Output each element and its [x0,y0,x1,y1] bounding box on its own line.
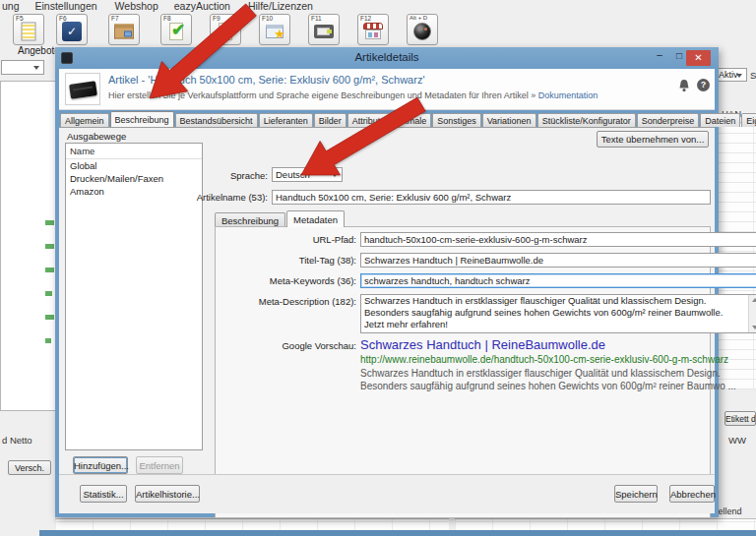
tab-allgemein[interactable]: Allgemein [60,113,109,127]
minimize-button[interactable]: – [652,49,667,60]
speichern-button[interactable]: Speichern [614,485,658,503]
hinzufuegen-button[interactable]: Hinzufügen... [73,456,128,474]
tab-attribute-merkmale[interactable]: Attribute/Merkmale [347,113,432,127]
toolbar-button-f10[interactable]: F10 ★ [259,14,290,45]
list-entry-mark [45,291,52,296]
toolbar-button-f8[interactable]: F8 ✔ [160,14,192,45]
tab-lieferanten[interactable]: Lieferanten [259,113,313,127]
menu-item-eazyauction[interactable]: eazyAuction [170,0,234,13]
list-item-global[interactable]: Global [66,159,202,172]
close-button[interactable]: ✕ [686,50,711,66]
abbrechen-button[interactable]: Abbrechen [669,485,715,503]
google-vorschau-label: Google Vorschau: [263,340,356,351]
toolbar-button-f11[interactable]: F11 [308,14,340,45]
inner-tab-beschreibung[interactable]: Beschreibung [215,212,285,227]
meta-keywords-input[interactable]: schwarzes handtuch, handtuch schwarz [360,273,756,288]
tab-stueckliste[interactable]: Stückliste/Konfigurator [537,113,636,127]
toolbar-button-f9[interactable]: F9 ✎ [210,14,241,45]
toolbar-button-f5[interactable]: F5 [13,14,44,45]
titel-tag-input[interactable]: Schwarzes Handtuch | ReineBaumwolle.de [360,253,756,268]
background-right-partial: S [750,70,756,81]
angebote-label: Angebote [18,45,60,56]
entfernen-button[interactable]: Entfernen [136,456,183,474]
inner-tabstrip: Beschreibung Metadaten [215,209,346,227]
tab-dateien[interactable]: Dateien [700,113,740,127]
dialog-header: Artikel - 'Handtuch 50x100 cm, Serie: Ex… [59,69,715,110]
dialog-tabstrip: Allgemein Beschreibung Bestandsübersicht… [60,110,714,127]
sprache-label: Sprache: [207,170,268,181]
artikelname-input[interactable]: Handtuch 50x100 cm, Serie: Exklusiv 600 … [272,190,711,205]
chevron-down-icon [33,66,39,70]
google-preview-title[interactable]: Schwarzes Handtuch | ReineBaumwolle.de [360,337,756,352]
tab-variationen[interactable]: Variationen [482,113,536,127]
list-entry-mark [45,244,54,249]
google-preview: Schwarzes Handtuch | ReineBaumwolle.de h… [360,337,756,392]
tab-bilder[interactable]: Bilder [314,113,346,127]
tab-beschreibung[interactable]: Beschreibung [110,111,174,127]
dialog-titlebar[interactable]: Artikeldetails – □ ✕ [55,47,719,69]
tab-sonderpreise[interactable]: Sonderpreise [637,113,700,127]
ausgabewege-list[interactable]: Name Global Drucken/Mailen/Faxen Amazon [65,143,203,450]
bell-icon[interactable] [677,79,691,97]
aktiv-value: Aktiv [719,70,738,80]
meta-description-textarea[interactable]: Schwarzes Handtuch in erstklassiger flau… [360,294,756,333]
versch-button[interactable]: Versch. [8,460,51,475]
ausgabewege-label: Ausgabewege [67,131,126,142]
subtitle-text: Hier erstellen Sie je Verkaufsplattform … [108,90,536,100]
menu-item-hilfe[interactable]: Hilfe/Lizenzen [244,0,317,13]
texte-uebernehmen-button[interactable]: Texte übernehmen von... [597,131,709,148]
tab-sonstiges[interactable]: Sonstiges [432,113,481,127]
artikelhistorie-button[interactable]: Artikelhistorie... [135,485,200,503]
google-preview-description: Schwarzes Handtuch in erstklassiger flau… [360,367,754,392]
article-thumbnail [65,73,100,105]
dokumentation-link[interactable]: Dokumentation [538,90,598,100]
dialog-title: Artikeldetails [55,51,719,63]
aktiv-dropdown[interactable]: Aktiv [715,68,747,82]
etikett-button[interactable]: Etikett dr [724,411,756,426]
scroll-down-icon[interactable] [752,326,756,329]
menu-item-einstellungen[interactable]: Einstellungen [32,0,101,13]
list-entry-mark [45,220,54,225]
list-item-drucken[interactable]: Drucken/Mailen/Faxen [66,172,202,185]
chevron-down-icon [332,173,338,177]
toolbar-button-f7[interactable]: F7 [108,14,140,45]
url-pfad-label: URL-Pfad: [263,234,356,245]
key-label: Alt + D [410,15,427,21]
textarea-scrollbar[interactable] [748,295,756,332]
toolbar-button-alt-d[interactable]: Alt + D [407,14,438,45]
envelope-card-icon [314,25,334,38]
url-pfad-input[interactable]: handtuch-50x100-cm-serie-exklusiv-600-g-… [360,232,756,247]
meta-keywords-label: Meta-Keywords (36): [263,275,356,286]
list-item-amazon[interactable]: Amazon [66,185,202,198]
statistik-button[interactable]: Statistik... [80,485,127,503]
google-preview-url: http://www.reinebaumwolle.de/handtuch-50… [360,354,756,365]
check-note-icon: ✔ [169,23,183,40]
key-label: F8 [163,15,171,22]
inbox-icon: ✓ [62,22,82,41]
tab-bestandsuebersicht[interactable]: Bestandsübersicht [175,113,258,127]
artikelname-label: Artikelname (53): [189,192,268,203]
background-left-dropdown[interactable] [1,60,44,75]
offers-list-icon [22,22,36,40]
menu-item-webshop[interactable]: Webshop [111,0,162,13]
key-label: F10 [262,15,273,22]
key-label: F7 [111,15,119,22]
maximize-button[interactable]: □ [671,50,687,61]
sprache-value: Deutsch [276,169,310,180]
help-icon[interactable]: ? [697,79,710,91]
menu-item-partial[interactable]: ung [0,0,24,13]
list-entry-mark [45,315,54,320]
meta-description-label: Meta-Description (182): [255,296,356,307]
toolbar-button-f12[interactable]: F12 [357,14,389,45]
inner-tab-metadaten[interactable]: Metadaten [286,210,345,227]
toolbar-button-f6[interactable]: F6 ✓ [56,14,88,45]
article-header-subtitle: Hier erstellen Sie je Verkaufsplattform … [108,90,598,100]
tab-eigene-felder[interactable]: Eigene Felder [741,113,756,127]
list-column-header[interactable]: Name [66,144,202,159]
list-entry-mark [45,338,51,343]
list-entry-mark [45,268,54,272]
scroll-up-icon[interactable] [752,298,756,302]
menubar: ung Einstellungen Webshop eazyAuction Hi… [0,0,756,13]
webshop-icon [363,23,383,40]
sprache-dropdown[interactable]: Deutsch [272,167,343,182]
